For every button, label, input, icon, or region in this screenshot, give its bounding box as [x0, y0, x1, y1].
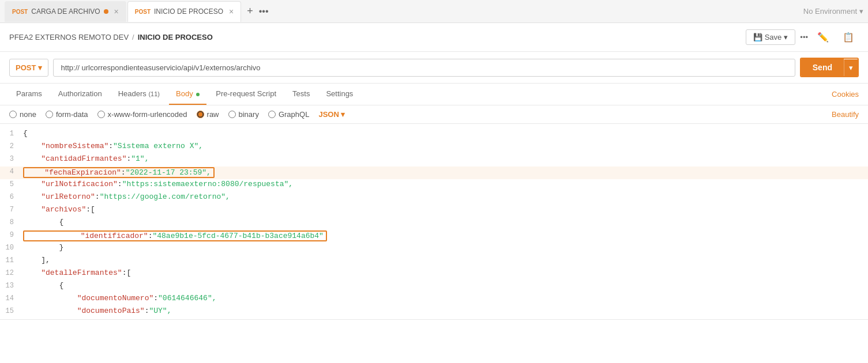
code-line-15[interactable]: 15 "documentoPais":"UY",: [0, 306, 868, 319]
body-dot-icon: [196, 93, 200, 96]
option-binary-label: binary: [239, 110, 259, 119]
line-content: {: [23, 281, 868, 290]
option-urlencoded[interactable]: x-www-form-urlencoded: [97, 110, 187, 119]
code-line-8[interactable]: 8 {: [0, 217, 868, 230]
option-graphql[interactable]: GraphQL: [268, 110, 309, 119]
line-number: 7: [0, 205, 23, 214]
tab-carga-archivo[interactable]: POST CARGA DE ARCHIVO ×: [5, 1, 126, 22]
send-arrow-button[interactable]: ▾: [844, 59, 858, 76]
request-tabs: Params Authorization Headers (11) Body P…: [0, 84, 868, 105]
env-selector[interactable]: No Environment ▾: [803, 7, 863, 16]
tab-close-2[interactable]: ×: [229, 7, 234, 16]
tab-body[interactable]: Body: [169, 84, 206, 105]
tab-settings[interactable]: Settings: [319, 84, 360, 105]
line-content: "detalleFirmantes":[: [23, 269, 868, 277]
line-number: 5: [0, 180, 23, 188]
radio-raw[interactable]: [197, 111, 204, 118]
tab-dot-1: [104, 9, 108, 14]
radio-form-data[interactable]: [46, 111, 53, 118]
send-button[interactable]: Send: [801, 59, 844, 76]
line-number: 4: [0, 167, 23, 176]
line-number: 3: [0, 154, 23, 163]
tab-authorization[interactable]: Authorization: [51, 84, 109, 105]
radio-graphql[interactable]: [268, 111, 276, 118]
line-content: "documentoNumero":"0614646646",: [23, 294, 868, 302]
tab-params[interactable]: Params: [9, 84, 49, 105]
code-line-9[interactable]: 9 "identificador":"48ae9b1e-5fcd-4677-b4…: [0, 230, 868, 243]
url-input[interactable]: [53, 59, 795, 77]
line-content: "fechaExpiracion":"2022-11-17 23:59",: [23, 167, 868, 178]
tab-prerequest[interactable]: Pre-request Script: [209, 84, 283, 105]
method-label: POST: [16, 63, 36, 72]
line-content: "identificador":"48ae9b1e-5fcd-4677-b41b…: [23, 230, 868, 241]
tab-headers[interactable]: Headers (11): [111, 84, 167, 105]
body-right: Beautify: [832, 110, 859, 119]
json-format-selector[interactable]: JSON ▾: [318, 110, 344, 119]
json-label: JSON: [318, 110, 339, 119]
line-content: }: [23, 243, 868, 252]
toolbar-more[interactable]: •••: [800, 33, 808, 41]
breadcrumb-sep: /: [132, 33, 134, 41]
line-content: "cantidadFirmantes":"1",: [23, 154, 868, 163]
tab-name-1: CARGA DE ARCHIVO: [31, 7, 100, 16]
option-form-data-label: form-data: [56, 110, 88, 119]
code-line-11[interactable]: 11 ],: [0, 255, 868, 268]
option-none[interactable]: none: [9, 110, 36, 119]
code-line-5[interactable]: 5 "urlNotificacion":"https:sistemaextern…: [0, 179, 868, 192]
code-line-4[interactable]: 4 "fechaExpiracion":"2022-11-17 23:59",: [0, 167, 868, 179]
code-line-10[interactable]: 10 }: [0, 243, 868, 255]
code-line-1[interactable]: 1{: [0, 128, 868, 141]
option-raw[interactable]: raw: [197, 110, 219, 119]
line-number: 9: [0, 230, 23, 239]
option-raw-label: raw: [207, 110, 219, 119]
line-number: 10: [0, 243, 23, 252]
line-content: {: [23, 129, 868, 138]
add-tab-button[interactable]: +: [242, 5, 258, 17]
radio-binary[interactable]: [228, 111, 236, 118]
send-arrow-icon: ▾: [849, 63, 853, 72]
tab-tests[interactable]: Tests: [285, 84, 317, 105]
option-binary[interactable]: binary: [228, 110, 259, 119]
save-arrow-icon: ▾: [784, 33, 788, 41]
code-line-12[interactable]: 12 "detalleFirmantes":[: [0, 268, 868, 281]
code-editor[interactable]: 1{2 "nombreSistema":"Sistema externo X",…: [0, 124, 868, 320]
line-number: 12: [0, 269, 23, 277]
save-label: Save: [765, 33, 782, 41]
edit-button[interactable]: ✏️: [813, 29, 833, 46]
method-select[interactable]: POST ▾: [9, 59, 48, 77]
line-number: 2: [0, 142, 23, 150]
line-content: "urlRetorno":"https://google.com/retorno…: [23, 192, 868, 201]
cookies-link[interactable]: Cookies: [832, 90, 859, 99]
notes-button[interactable]: 📋: [838, 29, 859, 46]
option-urlencoded-label: x-www-form-urlencoded: [108, 110, 187, 119]
beautify-button[interactable]: Beautify: [832, 110, 859, 119]
tab-close-1[interactable]: ×: [114, 7, 119, 16]
tab-inicio-proceso[interactable]: POST INICIO DE PROCESO ×: [127, 1, 241, 22]
tab-name-2: INICIO DE PROCESO: [154, 7, 223, 16]
line-content: ],: [23, 256, 868, 264]
code-line-6[interactable]: 6 "urlRetorno":"https://google.com/retor…: [0, 192, 868, 205]
line-number: 8: [0, 218, 23, 226]
option-form-data[interactable]: form-data: [46, 110, 88, 119]
line-number: 6: [0, 192, 23, 201]
line-content: "nombreSistema":"Sistema externo X",: [23, 142, 868, 150]
code-line-3[interactable]: 3 "cantidadFirmantes":"1",: [0, 154, 868, 167]
tab-more-button[interactable]: •••: [259, 6, 269, 17]
env-arrow-icon: ▾: [859, 7, 863, 16]
code-line-7[interactable]: 7 "archivos":[: [0, 205, 868, 217]
code-line-2[interactable]: 2 "nombreSistema":"Sistema externo X",: [0, 141, 868, 154]
save-icon: 💾: [753, 33, 762, 41]
tab-method-post-2: POST: [135, 9, 151, 15]
code-line-13[interactable]: 13 {: [0, 281, 868, 293]
code-line-14[interactable]: 14 "documentoNumero":"0614646646",: [0, 293, 868, 306]
save-button[interactable]: 💾 Save ▾: [746, 29, 796, 45]
url-bar: POST ▾ Send ▾: [0, 52, 868, 84]
line-number: 16: [0, 319, 23, 320]
radio-none[interactable]: [9, 111, 17, 118]
req-tab-right: Cookies: [832, 90, 859, 99]
code-line-16[interactable]: 16 "documentoTipo":"CEDULA",: [0, 319, 868, 320]
breadcrumb-parent[interactable]: PFEA2 EXTERNOS REMOTO DEV: [9, 33, 129, 41]
option-none-label: none: [20, 110, 36, 119]
env-label: No Environment: [803, 7, 857, 16]
radio-urlencoded[interactable]: [97, 111, 105, 118]
